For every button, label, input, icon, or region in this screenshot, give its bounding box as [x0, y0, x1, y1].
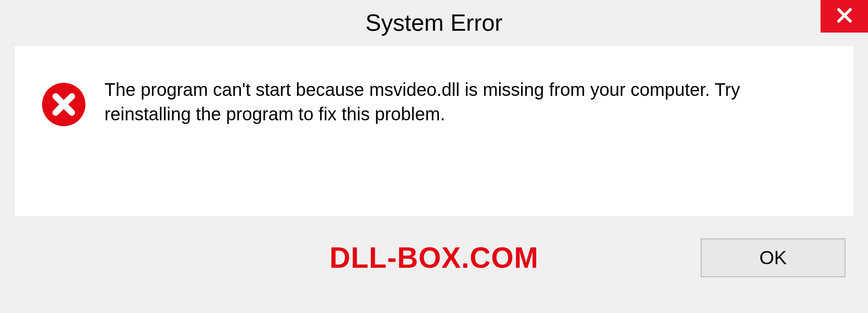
close-icon: [835, 5, 854, 27]
error-message: The program can't start because msvideo.…: [104, 77, 827, 126]
close-button[interactable]: [821, 0, 868, 33]
error-icon: [41, 82, 86, 127]
dialog-title: System Error: [365, 9, 502, 36]
footer: DLL-BOX.COM OK: [14, 217, 854, 299]
ok-button[interactable]: OK: [701, 238, 845, 277]
content-panel: The program can't start because msvideo.…: [14, 45, 854, 217]
titlebar: System Error: [0, 0, 868, 45]
watermark-text: DLL-BOX.COM: [330, 241, 539, 275]
